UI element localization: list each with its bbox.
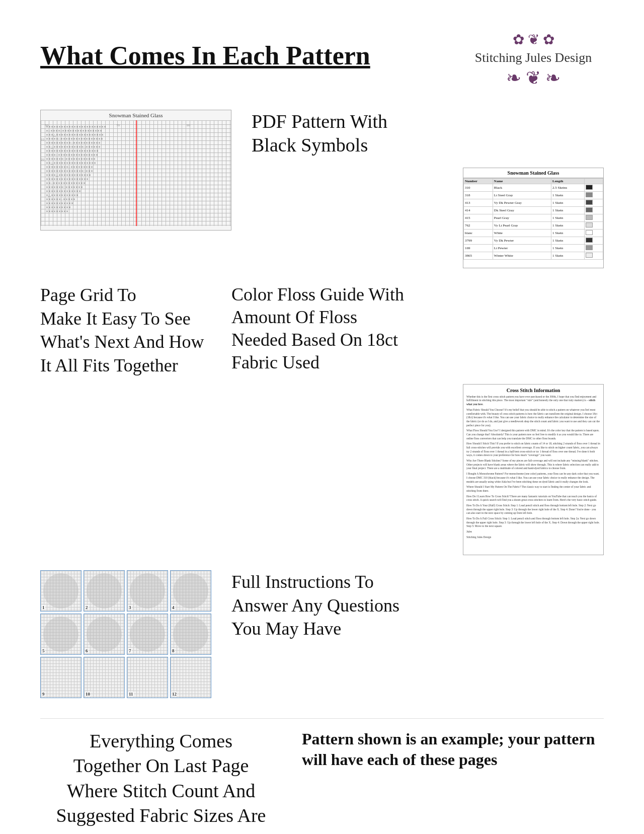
section-right-1: PDF Pattern With Black Symbols Snowman S… xyxy=(252,110,604,268)
svg-text:✕○✕✕✕✕○✕✕✕✕✕✕✕✕✕✕✕✕✕✕✕✕: ✕○✕✕✕✕○✕✕✕✕✕✕✕✕✕✕✕✕✕✕✕✕ xyxy=(46,129,102,132)
grid-page-thumb: 11 xyxy=(127,657,168,698)
instructions-image-area: Cross Stitch Information Whether this is… xyxy=(463,384,604,555)
svg-text:✕✕✕✕✕✕✕□✕✕✕✕✕✕✕✕✕✕✕✕: ✕✕✕✕✕✕✕□✕✕✕✕✕✕✕✕✕✕✕✕ xyxy=(46,158,96,161)
everything-text-area: Everything Comes Together On Last Page W… xyxy=(40,729,282,834)
snowman-shape xyxy=(173,617,208,652)
snowman-shape xyxy=(43,573,78,609)
color-swatch xyxy=(586,207,593,212)
snowman-shape xyxy=(130,573,165,609)
grid-page-thumb: 3 xyxy=(127,570,168,612)
svg-text:✕✕✕✕✕✕○✕✕✕✕✕: ✕✕✕✕✕✕○✕✕✕✕✕ xyxy=(46,198,75,201)
page-number: 10 xyxy=(85,692,91,697)
section-right-2: Color Floss Guide With Amount Of Floss N… xyxy=(231,283,604,555)
instruction-para: I Bought A Monochrome Pattern? For monoc… xyxy=(466,472,600,484)
floss-table-row: 413Vy Dk Pewter Gray1 Skein xyxy=(464,199,603,206)
svg-text:✕✕✕✕✕✕✕✕✕✕✕✕✕✕✕✕✕✕✕✕✕✕✕✕: ✕✕✕✕✕✕✕✕✕✕✕✕✕✕✕✕✕✕✕✕✕✕✕✕ xyxy=(46,125,106,128)
floss-mock-title: Snowman Stained Glass xyxy=(463,168,603,178)
svg-text:70: 70 xyxy=(116,123,120,127)
svg-text:50: 50 xyxy=(45,123,49,127)
instruction-para: Jules xyxy=(466,530,600,534)
grid-page-thumb: 1 xyxy=(40,570,82,612)
snowman-shape xyxy=(130,617,165,652)
snowman-shape xyxy=(87,617,122,652)
svg-text:✕✕✕✕✕✕✕✕✕✕✕: ✕✕✕✕✕✕✕✕✕✕✕ xyxy=(46,202,73,205)
grid-pattern: ✕✕✕✕✕✕✕✕✕✕✕✕✕✕✕✕✕✕✕✕✕✕✕✕ ✕○✕✕✕✕○✕✕✕✕✕✕✕✕… xyxy=(41,120,231,226)
svg-text:✕✕✕✕✕✕✕✕✕: ✕✕✕✕✕✕✕✕✕ xyxy=(46,210,68,213)
floss-table-row: 3865Winter White1 Skein xyxy=(464,252,603,259)
instruction-para: How Should I Stitch This? If you prefer … xyxy=(466,442,600,458)
floss-table-row: 3799Vy Dk Pewter1 Skein xyxy=(464,237,603,244)
grid-pages-mock: 123456789101112 xyxy=(40,570,211,698)
instruction-para: Why Are There Blank Stitches? Some of my… xyxy=(466,459,600,471)
grid-page-thumb: 10 xyxy=(84,657,125,698)
section-divider xyxy=(40,718,604,719)
page-number: 11 xyxy=(128,692,134,697)
logo-ornament-top: ✿ ❦ ✿ xyxy=(463,33,604,47)
page-number: 3 xyxy=(128,605,132,610)
snowman-shape xyxy=(173,573,208,609)
snowman-shape xyxy=(87,573,122,609)
color-swatch xyxy=(586,230,593,235)
floss-table: Number Name Length 310Black2.5 Skeins318… xyxy=(463,178,603,260)
snowman-shape xyxy=(43,617,78,652)
grid-page-thumb: 8 xyxy=(170,614,211,655)
instruction-para: Where Should I Start My Pattern On The F… xyxy=(466,485,600,493)
floss-mock: Snowman Stained Glass Number Name Length xyxy=(463,168,604,268)
color-swatch xyxy=(586,185,593,190)
floss-table-row: 762Vy Lt Pearl Gray1 Skein xyxy=(464,221,603,229)
floss-table-row: 310Black2.5 Skeins xyxy=(464,184,603,191)
instruction-para: How To Do A Your (Half) Cross Stitch: St… xyxy=(466,504,600,515)
pattern-mock-title: Snowman Stained Glass xyxy=(41,110,231,120)
instructions-mock: Cross Stitch Information Whether this is… xyxy=(463,384,604,555)
grid-page-thumb: 7 xyxy=(127,614,168,655)
instruction-para: Whether this is the first cross stitch p… xyxy=(466,395,600,407)
grid-page-thumb: 5 xyxy=(40,614,82,655)
svg-text:✕✕✕✕✕✕✕✕✕✕✕✕✕✕✕□✕✕✕: ✕✕✕✕✕✕✕✕✕✕✕✕✕✕✕□✕✕✕ xyxy=(46,170,93,173)
page-number: 5 xyxy=(42,648,45,653)
svg-text:10: 10 xyxy=(41,137,45,141)
svg-text:90: 90 xyxy=(187,123,191,127)
color-swatch xyxy=(586,215,593,220)
pdf-pattern-label: PDF Pattern With Black Symbols xyxy=(252,110,387,158)
color-floss-label: Color Floss Guide With Amount Of Floss N… xyxy=(231,283,604,374)
full-instructions-label: Full Instructions To Answer Any Question… xyxy=(231,570,604,641)
floss-table-row: 318Lt Steel Gray1 Skein xyxy=(464,191,603,199)
everything-label: Everything Comes Together On Last Page W… xyxy=(40,729,282,834)
instruction-para: What Fabric Should You Choose? It's my b… xyxy=(466,408,600,427)
col-number: Number xyxy=(464,178,493,184)
logo-area: ✿ ❦ ✿ Stitching Jules Design ❧ ❦ ❧ xyxy=(463,30,604,90)
pattern-shown-area: Pattern shown is an example; your patter… xyxy=(302,729,604,771)
logo-text: Stitching Jules Design xyxy=(463,49,604,66)
section-row-1: Snowman Stained Glass ✕✕✕✕✕✕✕✕✕✕✕✕✕✕✕✕✕✕… xyxy=(40,110,604,268)
page-number: 9 xyxy=(42,692,45,697)
svg-text:✕✕✕△✕✕✕✕✕✕✕✕✕✕✕✕✕✕✕✕✕✕✕: ✕✕✕△✕✕✕✕✕✕✕✕✕✕✕✕✕✕✕✕✕✕✕ xyxy=(46,133,104,136)
svg-text:✕✕✕✕✕✕✕□✕✕✕✕✕✕✕: ✕✕✕✕✕✕✕□✕✕✕✕✕✕✕ xyxy=(46,186,83,189)
color-swatch xyxy=(586,245,593,250)
svg-text:✕✕✕✕✕✕✕✕✕✕○✕✕✕✕✕✕✕✕✕✕✕: ✕✕✕✕✕✕✕✕✕✕○✕✕✕✕✕✕✕✕✕✕✕ xyxy=(46,141,101,144)
color-swatch xyxy=(586,200,593,205)
color-swatch xyxy=(586,192,593,197)
page-number: 6 xyxy=(85,648,89,653)
color-swatch xyxy=(586,222,593,228)
page-title: What Comes In Each Pattern xyxy=(40,30,370,71)
instruction-para: Stitching Jules Design xyxy=(466,536,600,540)
instructions-body: Whether this is the first cross stitch p… xyxy=(466,395,600,540)
pattern-mock: Snowman Stained Glass ✕✕✕✕✕✕✕✕✕✕✕✕✕✕✕✕✕✕… xyxy=(40,110,231,231)
svg-text:✕✕○✕✕✕✕✕✕✕✕✕✕✕✕✕: ✕✕○✕✕✕✕✕✕✕✕✕✕✕✕✕ xyxy=(46,182,86,185)
instruction-para: How Do I Learn How To Cross Stitch? Ther… xyxy=(466,495,600,502)
pattern-image-area: Snowman Stained Glass ✕✕✕✕✕✕✕✕✕✕✕✕✕✕✕✕✕✕… xyxy=(40,110,231,231)
svg-text:✕✕✕✕✕✕✕✕✕✕✕✕✕✕✕✕✕✕✕✕✕: ✕✕✕✕✕✕✕✕✕✕✕✕✕✕✕✕✕✕✕✕✕ xyxy=(46,149,99,153)
instruction-para: What Floss Should You Use? I designed th… xyxy=(466,429,600,440)
instructions-title: Cross Stitch Information xyxy=(466,388,600,393)
floss-table-row: 415Pearl Gray1 Skein xyxy=(464,214,603,221)
floss-guide-image: Snowman Stained Glass Number Name Length xyxy=(463,168,604,268)
section-row-2: Page Grid To Make It Easy To See What's … xyxy=(40,283,604,555)
svg-text:✕✕✕✕✕□✕✕✕✕✕✕✕✕✕✕✕✕✕✕✕✕✕: ✕✕✕✕✕□✕✕✕✕✕✕✕✕✕✕✕✕✕✕✕✕✕ xyxy=(46,137,103,140)
page-number: 1 xyxy=(42,605,45,610)
col-swatch xyxy=(585,178,603,184)
grid-pages-area: 123456789101112 xyxy=(40,570,211,698)
header: What Comes In Each Pattern ✿ ❦ ✿ Stitchi… xyxy=(40,30,604,90)
col-length: Length xyxy=(551,178,585,184)
floss-table-row: 414Dk Steel Gray1 Skein xyxy=(464,206,603,214)
page-number: 8 xyxy=(172,648,175,653)
